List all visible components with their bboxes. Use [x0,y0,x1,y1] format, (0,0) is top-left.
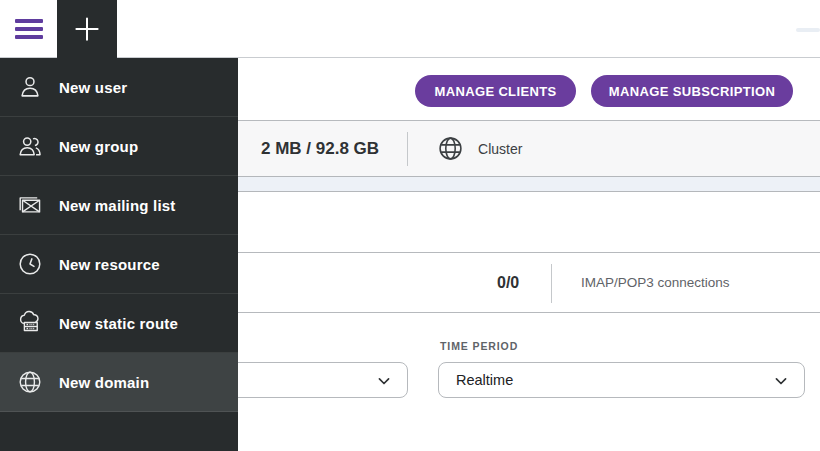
manage-subscription-button[interactable]: MANAGE SUBSCRIPTION [591,75,793,107]
header-actions: MANAGE CLIENTS MANAGE SUBSCRIPTION [238,58,820,121]
plus-icon [72,14,102,44]
vertical-divider [551,264,552,303]
hamburger-icon [15,19,43,39]
envelope-icon [15,190,45,220]
menu-item-label: New static route [59,315,178,332]
scrollbar-thumb[interactable] [796,28,820,32]
time-period-label: TIME PERIOD [440,340,518,352]
menu-item-new-domain[interactable]: New domain [0,353,238,412]
menu-item-new-static-route[interactable]: New static route [0,294,238,353]
time-period-value: Realtime [456,372,513,388]
time-period-dropdown[interactable]: Realtime [438,362,805,398]
top-bar [0,0,820,58]
menu-item-label: New user [59,79,127,96]
cloud-server-icon [15,308,45,338]
user-icon [15,72,45,102]
cluster-label[interactable]: Cluster [478,141,522,157]
usage-row: 2 MB / 92.8 GB Cluster [238,121,820,176]
connections-count: 0/0 [497,253,519,312]
menu-item-new-user[interactable]: New user [0,58,238,117]
menu-item-label: New group [59,138,138,155]
add-button[interactable] [57,0,117,58]
vertical-divider [407,132,408,166]
group-icon [15,131,45,161]
storage-usage-value: 2 MB / 92.8 GB [261,139,379,159]
connections-stats-row: 0/0 IMAP/POP3 connections [238,252,820,313]
menu-item-new-group[interactable]: New group [0,117,238,176]
menu-item-label: New resource [59,256,160,273]
chevron-down-icon [374,371,394,391]
globe-icon [436,134,465,163]
menu-button[interactable] [0,0,57,57]
manage-clients-button[interactable]: MANAGE CLIENTS [415,75,576,107]
clock-icon [15,249,45,279]
globe-icon [15,367,45,397]
admin-console-page: MANAGE CLIENTS MANAGE SUBSCRIPTION 2 MB … [0,0,820,451]
connections-label: IMAP/POP3 connections [581,253,730,312]
menu-item-label: New mailing list [59,197,176,214]
menu-item-label: New domain [59,374,149,391]
menu-item-new-resource[interactable]: New resource [0,235,238,294]
section-band [238,176,820,192]
chevron-down-icon [771,371,791,391]
menu-item-new-mailing-list[interactable]: New mailing list [0,176,238,235]
create-menu: New user New group New ma [0,58,238,451]
